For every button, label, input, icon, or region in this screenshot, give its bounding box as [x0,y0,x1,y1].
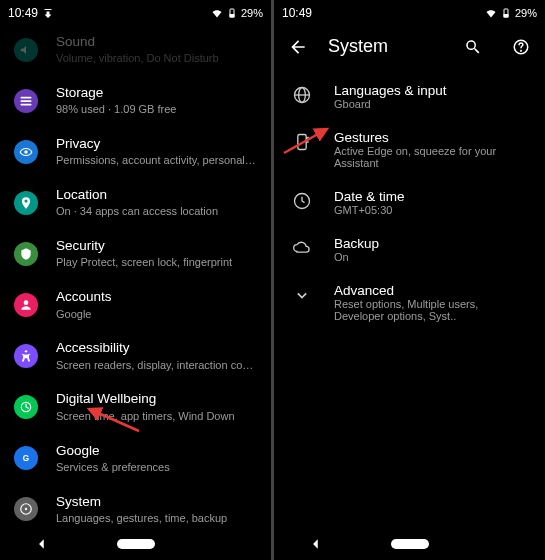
settings-row-location[interactable]: LocationOn · 34 apps can access location [0,177,271,228]
row-sub: Permissions, account activity, personal … [56,153,257,168]
wifi-icon [485,7,497,19]
row-sub: Active Edge on, squeeze for your Assista… [334,145,531,169]
clock-text: 10:49 [8,6,38,20]
settings-row-accessibility[interactable]: AccessibilityScreen readers, display, in… [0,330,271,381]
row-title: Gestures [334,130,531,145]
nav-bar [274,528,545,560]
settings-row-google[interactable]: GGoogleServices & preferences [0,433,271,484]
row-sub: Google [56,307,257,322]
row-sub: Play Protect, screen lock, fingerprint [56,255,257,270]
svg-rect-15 [504,15,508,18]
svg-point-2 [24,150,28,154]
settings-row-storage[interactable]: Storage98% used · 1.09 GB free [0,75,271,126]
sound-icon [14,38,38,62]
globe-icon [292,85,312,105]
svg-point-4 [25,350,27,352]
svg-point-8 [25,508,27,510]
nav-recent-button[interactable] [496,536,512,552]
row-title: Security [56,237,257,255]
security-icon [14,242,38,266]
storage-icon [14,89,38,113]
nav-recent-button[interactable] [222,536,238,552]
battery-icon [500,7,512,19]
system-row-languages-input[interactable]: Languages & inputGboard [274,73,545,120]
svg-text:G: G [23,454,29,463]
nav-home-button[interactable] [117,539,155,549]
battery-text: 29% [515,7,537,19]
clock-text: 10:49 [282,6,312,20]
location-icon [14,191,38,215]
system-row-backup[interactable]: BackupOn [274,226,545,273]
help-button[interactable] [511,37,531,57]
nav-bar [0,528,271,560]
svg-rect-1 [230,15,234,18]
row-title: Privacy [56,135,257,153]
nav-back-button[interactable] [308,536,324,552]
settings-main-screen: 10:49 29% SoundVolume, vibration, Do Not… [0,0,271,560]
settings-row-system[interactable]: SystemLanguages, gestures, time, backup [0,484,271,535]
row-title: Backup [334,236,379,251]
row-title: Sound [56,33,257,51]
google-icon: G [14,446,38,470]
row-sub: GMT+05:30 [334,204,405,216]
accessibility-icon [14,344,38,368]
chevron-down-icon [292,285,312,305]
search-button[interactable] [463,37,483,57]
wellbeing-icon [14,395,38,419]
battery-text: 29% [241,7,263,19]
settings-row-security[interactable]: SecurityPlay Protect, screen lock, finge… [0,228,271,279]
system-row-advanced[interactable]: AdvancedReset options, Multiple users, D… [274,273,545,332]
row-sub: 98% used · 1.09 GB free [56,102,257,117]
download-icon [42,7,54,19]
row-sub: Screen time, app timers, Wind Down [56,409,257,424]
back-button[interactable] [288,37,308,57]
settings-row-sound[interactable]: SoundVolume, vibration, Do Not Disturb [0,24,271,75]
settings-row-privacy[interactable]: PrivacyPermissions, account activity, pe… [0,126,271,177]
svg-point-3 [24,300,29,305]
row-title: Google [56,442,257,460]
system-list: Languages & inputGboardGesturesActive Ed… [274,73,545,332]
row-title: Digital Wellbeing [56,390,257,408]
svg-rect-20 [298,135,306,150]
privacy-icon [14,140,38,164]
row-title: Date & time [334,189,405,204]
system-row-date-time[interactable]: Date & timeGMT+05:30 [274,179,545,226]
system-settings-screen: 10:49 29% System Languages & inputGboard… [274,0,545,560]
row-title: Languages & input [334,83,447,98]
row-sub: Screen readers, display, interaction con… [56,358,257,373]
nav-back-button[interactable] [34,536,50,552]
screen-header: System [274,24,545,73]
battery-icon [226,7,238,19]
settings-row-accounts[interactable]: AccountsGoogle [0,279,271,330]
system-row-gestures[interactable]: GesturesActive Edge on, squeeze for your… [274,120,545,179]
row-title: Storage [56,84,257,102]
status-bar: 10:49 29% [0,0,271,24]
row-title: Accessibility [56,339,257,357]
row-sub: Reset options, Multiple users, Developer… [334,298,531,322]
status-bar: 10:49 29% [274,0,545,24]
clock-icon [292,191,312,211]
row-sub: On · 34 apps can access location [56,204,257,219]
row-sub: Volume, vibration, Do Not Disturb [56,51,257,66]
settings-row-digital-wellbeing[interactable]: Digital WellbeingScreen time, app timers… [0,381,271,432]
backup-icon [292,238,312,258]
row-sub: On [334,251,379,263]
settings-list: SoundVolume, vibration, Do Not Disturb S… [0,24,271,560]
wifi-icon [211,7,223,19]
row-sub: Languages, gestures, time, backup [56,511,257,526]
accounts-icon [14,293,38,317]
system-icon [14,497,38,521]
page-title: System [328,36,435,57]
svg-point-17 [521,50,522,51]
nav-home-button[interactable] [391,539,429,549]
row-title: Location [56,186,257,204]
row-title: Accounts [56,288,257,306]
gestures-icon [292,132,312,152]
row-sub: Services & preferences [56,460,257,475]
row-title: Advanced [334,283,531,298]
row-title: System [56,493,257,511]
row-sub: Gboard [334,98,447,110]
